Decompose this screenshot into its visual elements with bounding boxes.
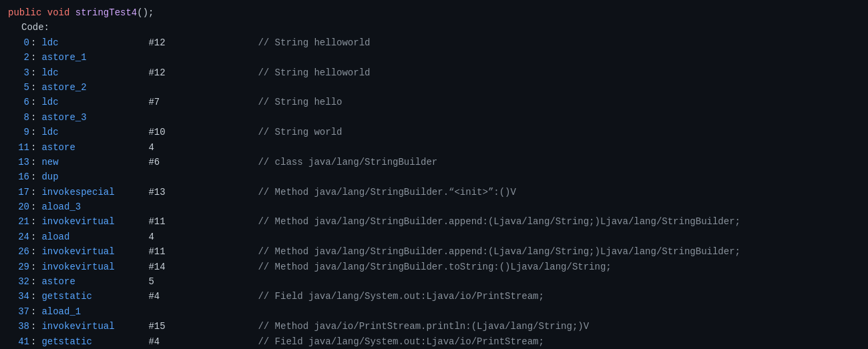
bytecode-listing: 0:ldc#12 // String helloworld2:astore_13… — [8, 35, 860, 349]
colon: : — [31, 289, 36, 304]
bytecode-row: 17:invokespecial#13 // Method java/lang/… — [8, 185, 860, 200]
line-number: 37 — [8, 304, 29, 319]
bytecode-comment: // Method java/lang/StringBuilder.toStri… — [202, 260, 611, 274]
colon: : — [31, 260, 36, 274]
bytecode-row: 9:ldc#10 // String world — [8, 125, 860, 139]
line-number: 2 — [8, 50, 29, 65]
colon: : — [31, 185, 36, 200]
bytecode-row: 3:ldc#12 // String helloworld — [8, 65, 860, 80]
bytecode-instruction: ldc — [41, 65, 148, 80]
bytecode-row: 26:invokevirtual#11 // Method java/lang/… — [8, 244, 860, 259]
bytecode-instruction: aload_3 — [41, 200, 148, 214]
bytecode-instruction: getstatic — [41, 289, 148, 304]
bytecode-instruction: new — [41, 155, 148, 169]
colon: : — [31, 200, 36, 214]
line-number: 24 — [8, 230, 29, 244]
colon: : — [31, 169, 36, 184]
keyword-void: void — [47, 7, 75, 18]
bytecode-row: 5:astore_2 — [8, 80, 860, 95]
line-number: 16 — [8, 169, 29, 184]
bytecode-comment: // class java/lang/StringBuilder — [202, 155, 437, 169]
bytecode-instruction: getstatic — [41, 334, 148, 349]
bytecode-row: 29:invokevirtual#14 // Method java/lang/… — [8, 260, 860, 274]
line-number: 11 — [8, 140, 29, 155]
bytecode-operand: 5 — [148, 274, 202, 289]
bytecode-row: 21:invokevirtual#11 // Method java/lang/… — [8, 214, 860, 229]
bytecode-instruction: aload — [41, 230, 148, 244]
bytecode-comment: // String world — [202, 125, 342, 139]
line-number: 3 — [8, 65, 29, 80]
bytecode-comment: // String hello — [202, 95, 342, 109]
colon: : — [31, 230, 36, 244]
bytecode-row: 11:astore4 — [8, 140, 860, 155]
bytecode-row: 38:invokevirtual#15 // Method java/io/Pr… — [8, 319, 860, 334]
colon: : — [31, 244, 36, 259]
bytecode-instruction: ldc — [41, 35, 148, 50]
bytecode-instruction: invokevirtual — [41, 214, 148, 229]
colon: : — [31, 334, 36, 349]
line-number: 41 — [8, 334, 29, 349]
bytecode-row: 16:dup — [8, 169, 860, 184]
colon: : — [31, 35, 36, 50]
line-number: 6 — [8, 95, 29, 109]
bytecode-row: 13:new#6 // class java/lang/StringBuilde… — [8, 155, 860, 169]
colon: : — [31, 140, 36, 155]
colon: : — [31, 65, 36, 80]
line-number: 32 — [8, 274, 29, 289]
bytecode-comment: // Field java/lang/System.out:Ljava/io/P… — [202, 334, 544, 349]
bytecode-row: 32:astore5 — [8, 274, 860, 289]
bytecode-operand: #7 — [148, 95, 202, 109]
bytecode-instruction: invokevirtual — [41, 260, 148, 274]
bytecode-operand: #11 — [148, 214, 202, 229]
colon: : — [31, 125, 36, 139]
line-number: 8 — [8, 110, 29, 125]
bytecode-operand: #15 — [148, 319, 202, 334]
bytecode-operand: #10 — [148, 125, 202, 139]
bytecode-comment: // Method java/lang/StringBuilder.append… — [202, 244, 740, 259]
line-number: 21 — [8, 214, 29, 229]
bytecode-comment: // Field java/lang/System.out:Ljava/io/P… — [202, 289, 544, 304]
code-container: public void stringTest4(); Code: 0:ldc#1… — [0, 0, 868, 349]
method-name: stringTest4 — [75, 7, 137, 18]
line-number: 26 — [8, 244, 29, 259]
bytecode-instruction: invokevirtual — [41, 244, 148, 259]
bytecode-row: 20:aload_3 — [8, 200, 860, 214]
bytecode-comment: // Method java/io/PrintStream.println:(L… — [202, 319, 589, 334]
colon: : — [31, 319, 36, 334]
bytecode-instruction: astore_2 — [41, 80, 148, 95]
bytecode-operand: #6 — [148, 155, 202, 169]
bytecode-comment: // Method java/lang/StringBuilder.append… — [202, 214, 740, 229]
colon: : — [31, 304, 36, 319]
bytecode-instruction: astore_3 — [41, 110, 148, 125]
code-label: Code: — [8, 20, 860, 35]
line-number: 17 — [8, 185, 29, 200]
bytecode-operand: #4 — [148, 289, 202, 304]
colon: : — [31, 50, 36, 65]
bytecode-row: 24:aload4 — [8, 230, 860, 244]
line-number: 38 — [8, 319, 29, 334]
line-number: 5 — [8, 80, 29, 95]
bytecode-row: 2:astore_1 — [8, 50, 860, 65]
bytecode-operand: 4 — [148, 140, 202, 155]
colon: : — [31, 110, 36, 125]
bytecode-instruction: astore — [41, 274, 148, 289]
bytecode-row: 41:getstatic#4 // Field java/lang/System… — [8, 334, 860, 349]
bytecode-operand: #12 — [148, 65, 202, 80]
bytecode-instruction: dup — [41, 169, 148, 184]
bytecode-instruction: ldc — [41, 125, 148, 139]
line-number: 9 — [8, 125, 29, 139]
bytecode-comment: // Method java/lang/StringBuilder.“<init… — [202, 185, 515, 200]
bytecode-operand: #4 — [148, 334, 202, 349]
colon: : — [31, 274, 36, 289]
colon: : — [31, 214, 36, 229]
line-number: 0 — [8, 35, 29, 50]
bytecode-operand: #13 — [148, 185, 202, 200]
bytecode-instruction: invokespecial — [41, 185, 148, 200]
bytecode-row: 8:astore_3 — [8, 110, 860, 125]
colon: : — [31, 95, 36, 109]
bytecode-row: 37:aload_1 — [8, 304, 860, 319]
line-number: 13 — [8, 155, 29, 169]
colon: : — [31, 155, 36, 169]
bytecode-operand: #14 — [148, 260, 202, 274]
bytecode-row: 0:ldc#12 // String helloworld — [8, 35, 860, 50]
